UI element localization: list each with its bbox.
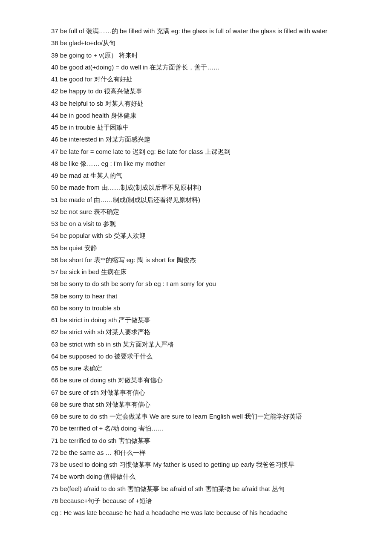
entry-text: 45 be in trouble 处于困难中 bbox=[51, 124, 129, 131]
list-item: 57 be sick in bed 生病在床 bbox=[51, 266, 358, 278]
entry-text: 67 be sure of sth 对做某事有信心 bbox=[51, 389, 145, 396]
entry-text: 42 be happy to do 很高兴做某事 bbox=[51, 87, 142, 95]
entry-text: 38 be glad+to+do/从句 bbox=[51, 39, 115, 46]
list-item: 52 be not sure 表不确定 bbox=[51, 206, 358, 217]
list-item: 75 be(feel) afraid to do sth 害怕做某事 be af… bbox=[51, 483, 358, 494]
list-item: 72 be the same as … 和什么一样 bbox=[51, 447, 358, 458]
list-item: 47 be late for = come late to 迟到 eg: Be … bbox=[51, 146, 358, 157]
entry-text: 63 be strict with sb in sth 某方面对某人严格 bbox=[51, 341, 174, 348]
list-item: 51 be made of 由……制成(制成以后还看得见原材料) bbox=[51, 194, 358, 205]
list-item: 50 be made from 由……制成(制成以后看不见原材料) bbox=[51, 182, 358, 193]
entry-text: 39 be going to + v(原） 将来时 bbox=[51, 52, 138, 59]
entry-text: 61 be strict in doing sth 严于做某事 bbox=[51, 316, 150, 324]
list-item: 53 be on a visit to 参观 bbox=[51, 218, 358, 229]
list-item: 63 be strict with sb in sth 某方面对某人严格 bbox=[51, 339, 358, 350]
list-item: 59 be sorry to hear that bbox=[51, 291, 358, 302]
entry-text: 65 be sure 表确定 bbox=[51, 364, 102, 372]
entry-text: 68 be sure that sth 对做某事有信心 bbox=[51, 401, 150, 408]
list-item: 74 be worth doing 值得做什么 bbox=[51, 471, 358, 482]
list-item: 44 be in good health 身体健康 bbox=[51, 110, 358, 121]
list-item: 64 be supposed to do 被要求干什么 bbox=[51, 351, 358, 362]
entry-text: 62 be strict with sb 对某人要求严格 bbox=[51, 328, 150, 335]
entry-text: 40 be good at(+doing) = do well in 在某方面善… bbox=[51, 64, 220, 71]
entry-text: 41 be good for 对什么有好处 bbox=[51, 75, 133, 83]
list-item: 69 be sure to do sth 一定会做某事 We are sure … bbox=[51, 411, 358, 422]
entry-text: 46 be interested in 对某方面感兴趣 bbox=[51, 136, 150, 143]
list-item: 43 be helpful to sb 对某人有好处 bbox=[51, 98, 358, 109]
entry-text: 54 be popular with sb 受某人欢迎 bbox=[51, 232, 146, 239]
entry-text: 58 be sorry to do sth be sorry for sb eg… bbox=[51, 280, 216, 287]
entry-text: 59 be sorry to hear that bbox=[51, 292, 117, 300]
list-item: 61 be strict in doing sth 严于做某事 bbox=[51, 315, 358, 326]
entry-text: 50 be made from 由……制成(制成以后看不见原材料) bbox=[51, 184, 202, 191]
list-item: 40 be good at(+doing) = do well in 在某方面善… bbox=[51, 62, 358, 73]
entry-text: 69 be sure to do sth 一定会做某事 We are sure … bbox=[51, 413, 302, 420]
list-item: 73 be used to doing sth 习惯做某事 My father … bbox=[51, 459, 358, 470]
entry-text: 57 be sick in bed 生病在床 bbox=[51, 268, 127, 275]
entry-text: 73 be used to doing sth 习惯做某事 My father … bbox=[51, 461, 294, 468]
entry-text: 52 be not sure 表不确定 bbox=[51, 208, 119, 215]
list-item: 55 be quiet 安静 bbox=[51, 243, 358, 254]
entry-text: 44 be in good health 身体健康 bbox=[51, 112, 136, 119]
entry-text: 71 be terrified to do sth 害怕做某事 bbox=[51, 437, 150, 444]
list-item: 68 be sure that sth 对做某事有信心 bbox=[51, 399, 358, 410]
entry-text: 48 be like 像…… eg : I'm like my mother bbox=[51, 160, 165, 167]
entry-text: 53 be on a visit to 参观 bbox=[51, 220, 116, 227]
entry-text: 75 be(feel) afraid to do sth 害怕做某事 be af… bbox=[51, 485, 285, 492]
entry-text: 72 be the same as … 和什么一样 bbox=[51, 449, 146, 456]
list-item: 49 be mad at 生某人的气 bbox=[51, 170, 358, 181]
list-item: 66 be sure of doing sth 对做某事有信心 bbox=[51, 375, 358, 386]
list-item: 38 be glad+to+do/从句 bbox=[51, 38, 358, 49]
list-item: 71 be terrified to do sth 害怕做某事 bbox=[51, 435, 358, 446]
list-item: 54 be popular with sb 受某人欢迎 bbox=[51, 230, 358, 241]
list-item: 65 be sure 表确定 bbox=[51, 363, 358, 374]
entry-text: 60 be sorry to trouble sb bbox=[51, 304, 120, 312]
list-item: 58 be sorry to do sth be sorry for sb eg… bbox=[51, 278, 358, 289]
list-item: 39 be going to + v(原） 将来时 bbox=[51, 50, 358, 61]
list-item: 70 be terrified of + 名/动 doing 害怕…… bbox=[51, 423, 358, 434]
list-item: 42 be happy to do 很高兴做某事 bbox=[51, 86, 358, 97]
list-item: eg : He was late because he had a headac… bbox=[51, 507, 358, 518]
list-item: 62 be strict with sb 对某人要求严格 bbox=[51, 327, 358, 338]
list-item: 76 because+句子 because of +短语 bbox=[51, 495, 358, 506]
list-item: 41 be good for 对什么有好处 bbox=[51, 74, 358, 85]
list-item: 67 be sure of sth 对做某事有信心 bbox=[51, 387, 358, 398]
list-item: 37 be full of 装满……的 be filled with 充满 eg… bbox=[51, 26, 358, 37]
entry-text: 55 be quiet 安静 bbox=[51, 244, 97, 251]
entry-text: 51 be made of 由……制成(制成以后还看得见原材料) bbox=[51, 196, 200, 203]
entry-text: 64 be supposed to do 被要求干什么 bbox=[51, 353, 153, 360]
entry-text: 70 be terrified of + 名/动 doing 害怕…… bbox=[51, 425, 164, 432]
entry-text: 76 because+句子 because of +短语 bbox=[51, 497, 152, 504]
list-item: 45 be in trouble 处于困难中 bbox=[51, 122, 358, 133]
list-item: 46 be interested in 对某方面感兴趣 bbox=[51, 134, 358, 145]
list-item: 56 be short for 表**的缩写 eg: 陶 is short fo… bbox=[51, 254, 358, 266]
entry-text: 49 be mad at 生某人的气 bbox=[51, 172, 122, 179]
list-item: 60 be sorry to trouble sb bbox=[51, 303, 358, 314]
content-container: 37 be full of 装满……的 be filled with 充满 eg… bbox=[51, 26, 358, 518]
entry-text: 47 be late for = come late to 迟到 eg: Be … bbox=[51, 148, 231, 155]
entry-text: 74 be worth doing 值得做什么 bbox=[51, 473, 135, 480]
entry-text: eg : He was late because he had a headac… bbox=[51, 509, 288, 516]
entry-text: 37 be full of 装满……的 be filled with 充满 eg… bbox=[51, 27, 328, 35]
entry-text: 43 be helpful to sb 对某人有好处 bbox=[51, 100, 144, 107]
entry-text: 56 be short for 表**的缩写 eg: 陶 is short fo… bbox=[51, 256, 196, 263]
list-item: 48 be like 像…… eg : I'm like my mother bbox=[51, 158, 358, 169]
entry-text: 66 be sure of doing sth 对做某事有信心 bbox=[51, 376, 163, 384]
